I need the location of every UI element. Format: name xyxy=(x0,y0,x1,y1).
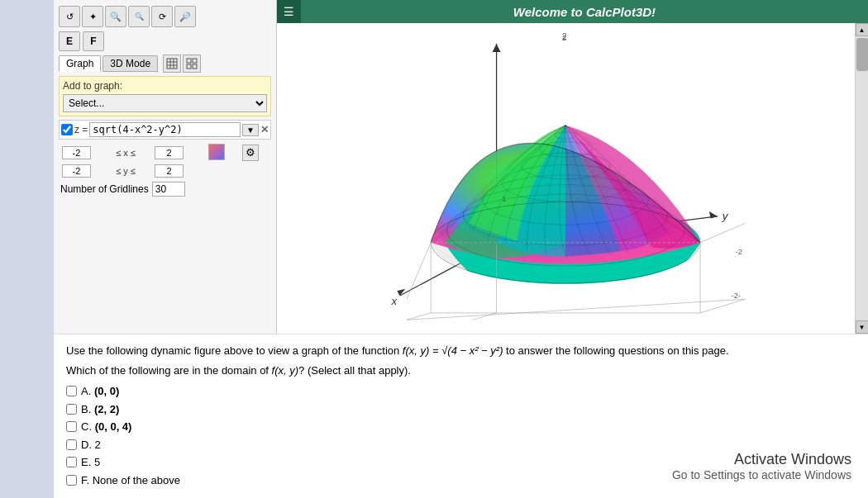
3d-plot-svg: x y 1 -2 1 2 1 xyxy=(277,23,868,334)
y-max-input[interactable] xyxy=(155,164,184,178)
description-text: Use the following dynamic figure above t… xyxy=(66,343,856,359)
3d-mode-tab[interactable]: 3D Mode xyxy=(103,55,158,72)
option-e-checkbox[interactable] xyxy=(66,457,77,467)
option-f-label: F. None of the above xyxy=(81,472,180,489)
option-c-checkbox[interactable] xyxy=(66,421,77,432)
gridlines-input[interactable] xyxy=(152,182,185,197)
option-c-label: C. (0, 0, 4) xyxy=(81,419,131,435)
svg-text:1: 1 xyxy=(502,195,506,203)
svg-marker-14 xyxy=(709,211,718,218)
scroll-up-arrow[interactable]: ▲ xyxy=(856,23,869,36)
ef-row: E F xyxy=(57,30,273,53)
option-e-label: E. 5 xyxy=(81,454,100,471)
svg-rect-0 xyxy=(167,59,177,69)
option-d-checkbox[interactable] xyxy=(66,439,77,450)
graph-header: ☰ Welcome to CalcPlot3D! xyxy=(277,0,868,23)
svg-line-43 xyxy=(700,223,745,242)
scroll-down-arrow[interactable]: ▼ xyxy=(856,320,869,334)
function-checkbox[interactable] xyxy=(61,124,73,135)
svg-rect-6 xyxy=(193,59,197,63)
right-scrollbar: ▲ ▼ xyxy=(855,23,868,334)
zoom-out-btn[interactable]: 🔍 xyxy=(128,6,150,27)
main-content: ↺ ✦ 🔍 🔍 ⟳ 🔎 E F Graph 3D Mode xyxy=(54,0,868,498)
e-btn[interactable]: E xyxy=(59,31,80,51)
search-btn[interactable]: 🔎 xyxy=(174,6,196,27)
color-picker-btn[interactable] xyxy=(208,144,225,160)
option-c-row: C. (0, 0, 4) xyxy=(66,419,856,435)
graph-canvas[interactable]: x y 1 -2 1 2 1 xyxy=(277,23,868,334)
windows-activate-subtitle: Go to Settings to activate Windows xyxy=(672,468,851,481)
windows-activate-title: Activate Windows xyxy=(672,451,851,468)
add-graph-select[interactable]: Select... xyxy=(63,94,267,112)
svg-rect-7 xyxy=(187,64,191,69)
question-text: Which of the following are in the domain… xyxy=(66,363,856,379)
option-a-row: A. (0, 0) xyxy=(66,383,856,400)
svg-text:2: 2 xyxy=(562,32,567,41)
graph-area: ☰ Welcome to CalcPlot3D! xyxy=(277,0,868,334)
star-btn[interactable]: ✦ xyxy=(82,6,103,27)
add-graph-label: Add to graph: xyxy=(63,80,267,92)
option-a-label: A. (0, 0) xyxy=(81,383,119,400)
control-panel: ↺ ✦ 🔍 🔍 ⟳ 🔎 E F Graph 3D Mode xyxy=(54,0,277,334)
svg-line-51 xyxy=(407,299,745,320)
svg-rect-5 xyxy=(187,59,191,63)
reset-btn[interactable]: ↺ xyxy=(59,6,80,27)
range-table: ≤ x ≤ ⚙ ≤ y ≤ xyxy=(59,141,274,180)
function-z-label: z = xyxy=(74,124,88,135)
settings-btn[interactable]: ⚙ xyxy=(242,145,259,161)
scroll-thumb[interactable] xyxy=(856,38,868,71)
sidebar xyxy=(0,0,54,498)
graph-tab[interactable]: Graph xyxy=(59,55,101,72)
f-btn[interactable]: F xyxy=(83,31,104,51)
svg-text:y: y xyxy=(722,210,729,222)
option-f-checkbox[interactable] xyxy=(66,475,77,486)
svg-line-54 xyxy=(472,313,496,320)
svg-rect-8 xyxy=(193,64,197,69)
svg-line-42 xyxy=(407,243,431,300)
y-range-row: ≤ y ≤ xyxy=(60,164,273,178)
option-b-checkbox[interactable] xyxy=(66,404,77,415)
toolbar-row: ↺ ✦ 🔍 🔍 ⟳ 🔎 xyxy=(57,3,273,30)
tab-row: Graph 3D Mode xyxy=(57,53,273,74)
option-b-label: B. (2, 2) xyxy=(81,401,119,418)
option-b-row: B. (2, 2) xyxy=(66,401,856,418)
svg-text:-2-: -2- xyxy=(732,292,741,300)
svg-text:x: x xyxy=(391,295,398,307)
grid-icon-1[interactable] xyxy=(163,55,181,73)
function-row: z = ▼ ✕ xyxy=(59,120,271,140)
app-title: Welcome to CalcPlot3D! xyxy=(301,2,868,22)
y-min-input[interactable] xyxy=(62,164,91,178)
svg-text:-2: -2 xyxy=(736,248,742,256)
function-close-btn[interactable]: ✕ xyxy=(260,124,269,135)
grid-icon-2[interactable] xyxy=(183,55,201,73)
function-expand-btn[interactable]: ▼ xyxy=(242,124,259,136)
x-range-row: ≤ x ≤ ⚙ xyxy=(60,143,273,162)
zoom-in-btn[interactable]: 🔍 xyxy=(105,6,126,27)
function-input[interactable] xyxy=(89,122,241,137)
gridlines-row: Number of Gridlines xyxy=(60,182,269,197)
top-area: ↺ ✦ 🔍 🔍 ⟳ 🔎 E F Graph 3D Mode xyxy=(54,0,868,334)
option-a-checkbox[interactable] xyxy=(66,386,77,396)
x-max-input[interactable] xyxy=(155,146,184,159)
option-d-label: D. 2 xyxy=(81,437,101,453)
x-min-input[interactable] xyxy=(62,146,91,159)
hamburger-btn[interactable]: ☰ xyxy=(277,0,301,23)
windows-activate-overlay: Activate Windows Go to Settings to activ… xyxy=(672,451,851,481)
gridlines-label: Number of Gridlines xyxy=(60,183,149,195)
svg-marker-15 xyxy=(493,44,501,52)
rotate-btn[interactable]: ⟳ xyxy=(151,6,173,27)
add-graph-section: Add to graph: Select... xyxy=(59,76,271,116)
